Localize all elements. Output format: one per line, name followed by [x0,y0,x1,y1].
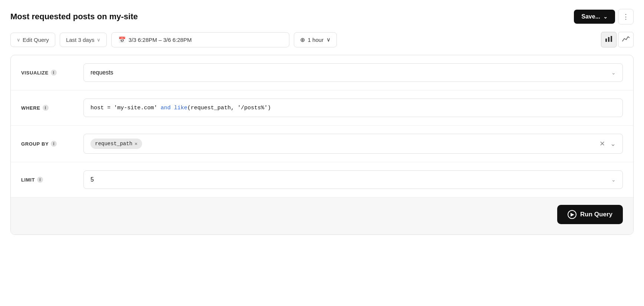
save-chevron-icon: ⌄ [603,14,608,20]
limit-row: LIMIT i 5 ⌄ [11,162,633,197]
where-and-keyword: and [161,105,171,111]
where-label: WHERE i [21,105,73,111]
zoom-icon: ⊕ [300,36,305,43]
group-by-tag-label: request_path [95,141,132,147]
bar-chart-icon [605,36,612,44]
limit-content[interactable]: 5 ⌄ [83,170,623,189]
limit-value: 5 [91,176,94,183]
visualize-dropdown-icon: ⌄ [611,70,616,76]
page-header: Most requested posts on my-site Save... … [10,9,634,24]
visualize-value: requests [91,69,113,76]
toolbar: ∨ Edit Query Last 3 days ∨ 📅 3/3 6:28PM … [10,32,634,47]
visualize-row: VISUALIZE i requests ⌄ [11,55,633,90]
run-query-button[interactable]: ▶ Run Query [557,205,623,224]
interval-chevron-icon: ∨ [326,36,331,43]
group-by-info-icon: i [51,141,57,147]
where-row: WHERE i host = 'my-site.com' and like(re… [11,90,633,126]
group-by-tag-remove-icon[interactable]: ✕ [135,141,138,147]
chart-type-toggle [601,32,634,47]
visualize-content[interactable]: requests ⌄ [83,63,623,82]
where-content[interactable]: host = 'my-site.com' and like(request_pa… [83,99,623,117]
visualize-info-icon: i [51,70,57,76]
save-button[interactable]: Save... ⌄ [574,10,615,24]
chevron-down-icon: ∨ [17,37,20,43]
last-days-label: Last 3 days [66,37,95,43]
more-icon: ⋮ [622,13,629,21]
where-info-icon: i [43,105,49,111]
limit-info-icon: i [37,177,43,183]
page-title: Most requested posts on my-site [10,12,138,21]
date-range-label: 3/3 6:28PM – 3/6 6:28PM [129,37,192,43]
svg-rect-1 [608,37,610,42]
group-by-row: GROUP BY i request_path ✕ ✕ ⌄ [11,126,633,162]
edit-query-label: Edit Query [23,37,49,43]
group-by-label: GROUP BY i [21,141,73,147]
svg-rect-2 [611,36,612,42]
where-code: host = 'my-site.com' and like(request_pa… [91,105,271,111]
run-query-label: Run Query [580,211,612,218]
chevron-down-icon: ∨ [97,37,101,43]
panel-footer: ▶ Run Query [11,197,633,235]
group-by-dropdown-icon[interactable]: ⌄ [610,140,616,148]
more-options-button[interactable]: ⋮ [618,9,634,24]
query-section: VISUALIZE i requests ⌄ WHERE i host = 'm… [11,55,633,197]
date-range-button[interactable]: 📅 3/3 6:28PM – 3/6 6:28PM [111,32,289,47]
interval-button[interactable]: ⊕ 1 hour ∨ [294,32,337,47]
header-actions: Save... ⌄ ⋮ [574,9,634,24]
calendar-icon: 📅 [118,36,126,43]
bar-chart-button[interactable] [601,32,617,47]
limit-label: LIMIT i [21,177,73,183]
line-chart-button[interactable] [618,32,634,47]
edit-query-button[interactable]: ∨ Edit Query [10,33,55,47]
interval-label: 1 hour [308,37,324,43]
svg-rect-0 [605,39,607,42]
limit-dropdown-icon: ⌄ [611,177,616,183]
group-by-clear-icon[interactable]: ✕ [599,140,605,148]
where-string-1: 'my-site.com' [114,105,157,111]
where-like-keyword: like [174,105,187,111]
where-func-args: (request_path, '/posts%') [187,105,271,111]
last-days-button[interactable]: Last 3 days ∨ [60,33,107,47]
save-label: Save... [581,13,600,20]
group-by-tag: request_path ✕ [91,139,142,149]
play-icon: ▶ [568,210,576,219]
query-panel: VISUALIZE i requests ⌄ WHERE i host = 'm… [10,55,634,235]
visualize-label: VISUALIZE i [21,70,73,76]
group-by-content[interactable]: request_path ✕ ✕ ⌄ [83,134,623,154]
group-by-actions: ✕ ⌄ [599,140,616,148]
line-chart-icon [622,36,630,44]
